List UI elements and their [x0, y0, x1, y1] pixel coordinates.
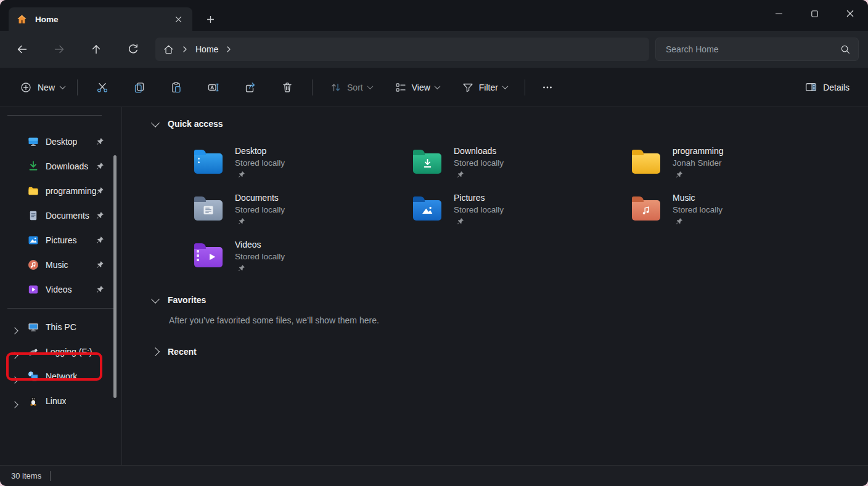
back-button[interactable]	[10, 37, 35, 62]
sidebar-item-videos[interactable]: Videos	[0, 277, 121, 302]
minimize-button[interactable]	[761, 0, 796, 27]
chevron-right-icon[interactable]	[12, 399, 17, 410]
pictures-folder-icon	[412, 193, 442, 223]
file-explorer-window: Home	[0, 0, 868, 486]
details-label: Details	[823, 83, 850, 92]
home-tab-icon	[16, 14, 28, 25]
sidebar-item-this-pc[interactable]: This PC	[0, 315, 121, 339]
quick-access-item-desktop[interactable]: Desktop Stored locally	[184, 138, 403, 185]
explorer-tab-home[interactable]: Home	[9, 7, 192, 31]
sidebar-item-label: Network	[46, 371, 77, 381]
quick-access-item-videos[interactable]: Videos Stored locally	[184, 232, 403, 278]
cut-button[interactable]	[89, 75, 116, 100]
sidebar-item-programming[interactable]: programming	[0, 179, 121, 203]
item-name: Videos	[235, 238, 285, 251]
quick-access-item-music[interactable]: Music Stored locally	[621, 185, 840, 232]
share-button[interactable]	[237, 75, 264, 100]
downloads-icon	[27, 160, 39, 172]
section-title: Recent	[168, 347, 197, 357]
delete-button[interactable]	[274, 75, 301, 100]
downloads-folder-icon	[412, 147, 442, 176]
quick-access-item-documents[interactable]: Documents Stored locally	[184, 185, 403, 232]
filter-dropdown[interactable]: Filter	[454, 76, 515, 99]
filter-label: Filter	[479, 83, 498, 92]
programming-folder-icon	[631, 147, 661, 176]
breadcrumb-chevron-icon[interactable]	[226, 46, 232, 53]
item-count: 30 items	[11, 471, 41, 480]
new-button[interactable]: New	[14, 78, 71, 97]
sidebar-item-label: Desktop	[46, 137, 77, 147]
chevron-right-icon[interactable]	[12, 349, 17, 360]
item-name: Downloads	[454, 145, 504, 157]
favorites-empty-message: After you’ve favorited some files, we’ll…	[169, 315, 868, 325]
pictures-icon	[27, 234, 39, 246]
sort-dropdown[interactable]: Sort	[322, 76, 380, 99]
sidebar-item-linux[interactable]: Linux	[0, 389, 121, 413]
sidebar-item-music[interactable]: Music	[0, 253, 121, 277]
documents-folder-icon	[194, 193, 223, 223]
maximize-button[interactable]	[796, 0, 832, 27]
refresh-button[interactable]	[121, 37, 145, 62]
view-dropdown[interactable]: View	[387, 76, 447, 99]
search-icon[interactable]	[840, 44, 851, 55]
chevron-down-icon	[367, 83, 373, 89]
breadcrumb-chevron-icon[interactable]	[182, 46, 188, 53]
section-quick-access[interactable]: Quick access	[152, 116, 868, 132]
item-subtitle: Stored locally	[454, 157, 504, 169]
pin-icon	[96, 187, 104, 195]
section-title: Quick access	[168, 119, 223, 129]
statusbar-divider	[50, 471, 51, 481]
desktop-icon	[27, 136, 39, 148]
pin-icon	[96, 137, 104, 145]
breadcrumb[interactable]: Home	[155, 38, 649, 61]
sidebar-scrollbar[interactable]	[113, 155, 117, 398]
copy-button[interactable]	[126, 75, 153, 100]
section-favorites[interactable]: Favorites	[152, 292, 868, 308]
sidebar-item-pictures[interactable]: Pictures	[0, 228, 121, 253]
paste-button[interactable]	[163, 75, 190, 100]
new-tab-button[interactable]	[202, 11, 218, 27]
window-controls	[761, 0, 868, 27]
status-bar: 30 items	[0, 465, 868, 486]
search-input[interactable]	[656, 44, 858, 54]
up-button[interactable]	[84, 37, 108, 62]
new-button-label: New	[38, 83, 55, 92]
chevron-down-icon[interactable]	[151, 119, 160, 128]
section-title: Favorites	[168, 295, 206, 305]
pin-icon	[457, 171, 504, 178]
quick-access-item-downloads[interactable]: Downloads Stored locally	[403, 138, 621, 185]
chevron-right-icon[interactable]	[151, 347, 160, 356]
linux-penguin-icon	[27, 395, 39, 407]
toolbar-separator	[525, 79, 525, 95]
item-subtitle: Stored locally	[454, 204, 504, 216]
close-button[interactable]	[832, 0, 868, 27]
sidebar-item-logging-drive[interactable]: Logging (F:)	[0, 339, 121, 364]
chevron-down-icon[interactable]	[151, 295, 160, 304]
navigation-pane: Desktop Downloads programming	[0, 107, 122, 466]
chevron-right-icon[interactable]	[12, 374, 17, 385]
sidebar-item-desktop[interactable]: Desktop	[0, 129, 121, 154]
tab-close-button[interactable]	[170, 11, 186, 27]
sidebar-item-downloads[interactable]: Downloads	[0, 154, 121, 179]
details-pane-button[interactable]: Details	[797, 76, 857, 99]
plus-circle-icon	[20, 81, 32, 94]
item-name: programming	[673, 145, 723, 157]
breadcrumb-segment-home[interactable]: Home	[195, 44, 218, 54]
breadcrumb-home-icon[interactable]	[163, 44, 174, 55]
forward-button[interactable]	[47, 37, 72, 62]
usb-drive-icon	[27, 346, 39, 358]
chevron-right-icon[interactable]	[12, 325, 17, 336]
quick-access-item-programming[interactable]: programming Jonah Snider	[621, 138, 840, 185]
sidebar-item-label: Documents	[46, 211, 89, 221]
pin-icon	[96, 261, 104, 269]
sidebar-item-documents[interactable]: Documents	[0, 203, 121, 228]
more-options-button[interactable]	[536, 75, 559, 100]
sidebar-item-network[interactable]: Network	[0, 364, 121, 389]
item-subtitle: Stored locally	[235, 157, 285, 169]
command-toolbar: New Sort View	[0, 68, 868, 107]
rename-button[interactable]	[200, 75, 227, 100]
quick-access-item-pictures[interactable]: Pictures Stored locally	[403, 185, 621, 232]
section-recent[interactable]: Recent	[152, 344, 868, 360]
view-label: View	[412, 83, 430, 92]
pin-icon	[96, 162, 104, 170]
